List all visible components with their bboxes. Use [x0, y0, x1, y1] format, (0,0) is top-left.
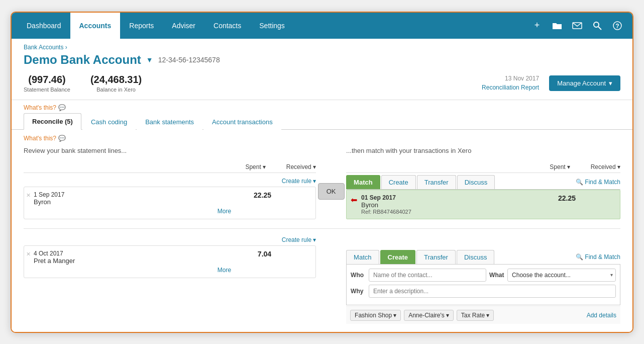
tx-more-link-2[interactable]: More [34, 267, 231, 274]
matched-ref: Ref: RB8474684027 [361, 209, 535, 215]
tx-name: Byron [34, 198, 231, 206]
nav-accounts[interactable]: Accounts [70, 13, 121, 39]
xero-label: Balance in Xero [90, 87, 142, 93]
bottom-tag-tax-rate[interactable]: Tax Rate ▾ [457, 310, 494, 321]
nav-contacts[interactable]: Contacts [204, 13, 250, 39]
who-input[interactable] [369, 269, 486, 282]
match-tab-match-2[interactable]: Match [346, 250, 379, 264]
whats-this-1[interactable]: What's this? 💬 [12, 100, 632, 113]
match-tab-create-1[interactable]: Create [381, 175, 416, 189]
find-match-link-1[interactable]: 🔍 Find & Match [576, 179, 620, 186]
tab-bank-statements[interactable]: Bank statements [137, 114, 202, 130]
chat-icon: 💬 [58, 104, 66, 111]
tag-dropdown-icon-2: ▾ [446, 312, 449, 319]
create-rule-link-2[interactable]: Create rule ▾ [282, 236, 316, 243]
mail-icon[interactable] [568, 17, 586, 35]
matched-date: 01 Sep 2017 [361, 194, 535, 201]
tab-reconcile[interactable]: Reconcile (5) [24, 113, 81, 130]
tx-more-link[interactable]: More [34, 208, 231, 215]
chat-icon-2: 💬 [58, 135, 66, 142]
bottom-tag-anne-claires[interactable]: Anne-Claire's ▾ [404, 310, 454, 321]
right-panel: ...then match with your transactions in … [346, 145, 620, 223]
tag-dropdown-icon-1: ▾ [393, 312, 396, 319]
create-rule-link-1[interactable]: Create rule ▾ [282, 178, 316, 185]
reconcile-report-link[interactable]: Reconciliation Report [482, 84, 539, 91]
statement-amount: (997.46) [24, 74, 70, 85]
create-rule-row-2: Create rule ▾ [24, 234, 316, 245]
find-match-link-2[interactable]: 🔍 Find & Match [576, 253, 620, 261]
tag-dropdown-icon-3: ▾ [486, 312, 489, 319]
right-col-headers: Spent Received [346, 161, 620, 173]
table-row-2: ✕ 4 Oct 2017 Pret a Manger More 7.04 [24, 245, 316, 278]
match-tab-transfer-2[interactable]: Transfer [416, 250, 456, 264]
nav-settings[interactable]: Settings [250, 13, 294, 39]
folder-icon[interactable] [548, 17, 566, 35]
tabs-row: Reconcile (5) Cash coding Bank statement… [12, 113, 632, 130]
match-tab-discuss-1[interactable]: Discuss [457, 175, 495, 189]
account-dropdown-icon[interactable]: ▼ [146, 56, 153, 64]
svg-line-2 [598, 27, 601, 30]
tx-date-2: 4 Oct 2017 [34, 250, 231, 257]
nav-reports[interactable]: Reports [120, 13, 163, 39]
nav-bar: Dashboard Accounts Reports Adviser Conta… [12, 13, 632, 39]
whats-this-2[interactable]: What's this? 💬 [24, 130, 620, 145]
statement-balance: (997.46) Statement Balance [24, 74, 70, 93]
why-input[interactable] [369, 285, 616, 298]
left-panel-2: Create rule ▾ ✕ 4 Oct 2017 Pret a Manger… [24, 234, 316, 324]
matched-transaction-row: ⬅ 01 Sep 2017 Byron Ref: RB8474684027 22… [346, 190, 620, 219]
what-select[interactable]: Choose the account... [507, 269, 616, 282]
matched-arrow-icon: ⬅ [351, 195, 357, 205]
matched-name: Byron [361, 201, 535, 209]
bottom-tag-fashion-shop[interactable]: Fashion Shop ▾ [350, 310, 401, 321]
search-small-icon-2: 🔍 [576, 253, 583, 261]
left-received-header[interactable]: Received [266, 163, 316, 170]
what-select-wrapper: Choose the account... ▾ [507, 269, 616, 282]
help-icon[interactable]: ? [608, 17, 626, 35]
nav-adviser[interactable]: Adviser [163, 13, 204, 39]
create-form: Who What Choose the account... ▾ Why [346, 265, 620, 305]
app-window: Dashboard Accounts Reports Adviser Conta… [11, 12, 633, 333]
reconcile-panels: Review your bank statement lines... Spen… [24, 145, 620, 223]
match-tab-match-1[interactable]: Match [346, 175, 380, 189]
left-col-headers: Spent Received [24, 161, 316, 173]
close-icon[interactable]: ✕ [26, 192, 31, 199]
ok-button-wrap: OK [316, 145, 346, 223]
match-tabs-row-1: Match Create Transfer Discuss 🔍 Find & M… [346, 175, 620, 190]
ok-button[interactable]: OK [318, 183, 345, 200]
why-label: Why [351, 288, 366, 295]
table-row: ✕ 1 Sep 2017 Byron More 22.25 [24, 187, 316, 219]
balance-date: 13 Nov 2017 [505, 75, 539, 82]
match-tab-discuss-2[interactable]: Discuss [457, 250, 495, 264]
right-received-header[interactable]: Received [570, 163, 620, 170]
breadcrumb[interactable]: Bank Accounts › [24, 44, 620, 51]
right-spent-header[interactable]: Spent [520, 163, 570, 170]
plus-icon[interactable]: + [528, 17, 546, 35]
search-small-icon: 🔍 [576, 179, 583, 186]
left-spent-header[interactable]: Spent [216, 163, 266, 170]
bottom-bar: Fashion Shop ▾ Anne-Claire's ▾ Tax Rate … [346, 306, 620, 324]
right-panel-heading: ...then match with your transactions in … [346, 145, 620, 156]
match-tab-create-2[interactable]: Create [380, 250, 415, 264]
left-panel-heading: Review your bank statement lines... [24, 145, 316, 156]
xero-balance: (24,468.31) Balance in Xero [90, 74, 142, 93]
balance-bar: (997.46) Statement Balance (24,468.31) B… [12, 67, 632, 100]
xero-amount: (24,468.31) [90, 74, 142, 85]
tab-account-transactions[interactable]: Account transactions [203, 114, 281, 130]
match-tabs-row-2: Match Create Transfer Discuss 🔍 Find & M… [346, 250, 620, 265]
left-panel: Review your bank statement lines... Spen… [24, 145, 316, 223]
nav-dashboard[interactable]: Dashboard [18, 13, 70, 39]
match-tab-transfer-1[interactable]: Transfer [417, 175, 456, 189]
matched-info: 01 Sep 2017 Byron Ref: RB8474684027 [361, 194, 535, 215]
nav-icons: + ? [528, 17, 626, 35]
account-number: 12-34-56-12345678 [158, 56, 220, 64]
svg-text:?: ? [615, 23, 619, 30]
content-area: What's this? 💬 Review your bank statemen… [12, 130, 632, 332]
add-details-link[interactable]: Add details [587, 312, 616, 319]
manage-account-button[interactable]: Manage Account ▾ [549, 75, 620, 91]
tx-spent-amount: 22.25 [231, 191, 271, 199]
search-icon[interactable] [588, 17, 606, 35]
close-icon-2[interactable]: ✕ [26, 251, 31, 257]
tab-cash-coding[interactable]: Cash coding [82, 114, 136, 130]
right-panel-2: Match Create Transfer Discuss 🔍 Find & M… [346, 234, 620, 324]
svg-point-1 [594, 22, 599, 27]
